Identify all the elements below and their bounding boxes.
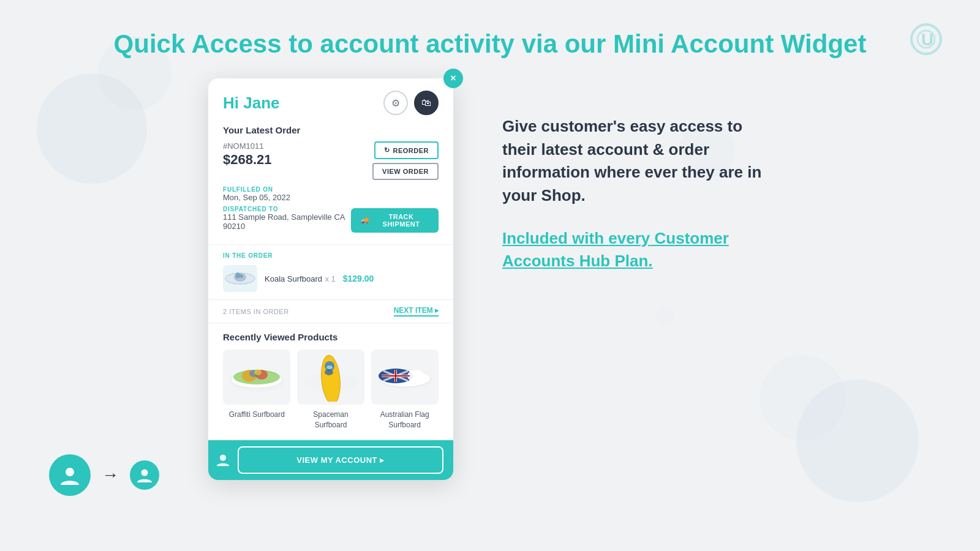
graffiti-board-name: Graffiti Surfboard xyxy=(229,410,285,420)
fulfilled-info: FULFILLED ON Mon, Sep 05, 2022 xyxy=(223,186,439,202)
graffiti-board-svg xyxy=(226,353,287,402)
order-section: Your Latest Order #NOM1011 $268.21 ↻ REO… xyxy=(208,125,453,245)
logo-icon: U xyxy=(909,22,943,56)
svg-point-11 xyxy=(254,369,262,375)
refresh-icon: ↻ xyxy=(384,146,390,154)
avatar-small-icon xyxy=(130,460,159,490)
truck-icon: 🚚 xyxy=(361,216,370,224)
aus-board-name: Australian Flag Surfboard xyxy=(371,410,439,430)
product-card-graffiti[interactable]: Graffiti Surfboard xyxy=(223,350,291,430)
recently-viewed-section: Recently Viewed Products xyxy=(208,323,453,440)
main-layout: × Hi Jane ⚙ 🛍 Your Latest Order xyxy=(0,78,980,480)
widget-footer: VIEW MY ACCOUNT ▸ xyxy=(208,440,453,480)
footer-user-icon xyxy=(208,445,238,474)
svg-text:U: U xyxy=(921,30,933,49)
svg-point-16 xyxy=(325,369,333,375)
svg-point-3 xyxy=(235,272,240,279)
svg-text:★: ★ xyxy=(418,372,421,375)
spaceman-board-image xyxy=(297,350,364,405)
right-cta: Included with every Customer Accounts Hu… xyxy=(502,227,772,273)
aus-board-image: ★ ★ xyxy=(371,350,439,405)
items-count: 2 ITEMS IN ORDER xyxy=(223,308,289,315)
order-item-details: Koala Surfboard x 1 xyxy=(265,273,336,284)
arrow-icon: → xyxy=(102,465,119,485)
reorder-button[interactable]: ↻ REORDER xyxy=(374,141,439,159)
cta-every: every xyxy=(608,229,650,247)
svg-point-29 xyxy=(220,455,226,461)
order-top: #NOM1011 $268.21 ↻ REORDER VIEW ORDER xyxy=(223,141,439,180)
in-order-section: IN THE ORDER Koala Surfboard x 1 xyxy=(208,245,453,300)
cart-icon: 🛍 xyxy=(421,97,431,108)
gear-icon: ⚙ xyxy=(391,97,400,109)
dispatch-row: DISPATCHED TO 111 Sample Road, Samplevil… xyxy=(223,206,439,234)
graffiti-board-image xyxy=(223,350,290,405)
view-account-button[interactable]: VIEW MY ACCOUNT ▸ xyxy=(238,446,443,474)
cart-button[interactable]: 🛍 xyxy=(414,91,439,115)
koala-board-svg xyxy=(224,267,256,290)
right-description: Give customer's easy access to their lat… xyxy=(502,115,772,208)
widget-container: × Hi Jane ⚙ 🛍 Your Latest Order xyxy=(208,78,453,480)
product-card-aus-flag[interactable]: ★ ★ Australian Flag Surfboard xyxy=(371,350,439,430)
svg-point-15 xyxy=(326,365,333,369)
bottom-left-decor: → xyxy=(49,454,159,496)
svg-point-31 xyxy=(141,470,148,476)
order-nav: 2 ITEMS IN ORDER NEXT ITEM ▸ xyxy=(208,300,453,323)
order-total: $268.21 xyxy=(223,152,272,168)
spaceman-board-svg xyxy=(300,353,361,402)
order-info: #NOM1011 $268.21 xyxy=(223,141,272,168)
dispatch-address: 111 Sample Road, Sampleville CA 90210 xyxy=(223,212,351,231)
order-item: Koala Surfboard x 1 $129.00 xyxy=(223,265,439,292)
order-buttons: ↻ REORDER VIEW ORDER xyxy=(372,141,439,180)
spaceman-board-name: Spaceman Surfboard xyxy=(297,410,365,430)
order-item-image xyxy=(223,265,257,292)
widget-header: Hi Jane ⚙ 🛍 xyxy=(208,78,453,125)
product-card-spaceman[interactable]: Spaceman Surfboard xyxy=(297,350,365,430)
dispatch-info: DISPATCHED TO 111 Sample Road, Samplevil… xyxy=(223,206,351,234)
widget-card: × Hi Jane ⚙ 🛍 Your Latest Order xyxy=(208,78,453,480)
settings-button[interactable]: ⚙ xyxy=(383,91,408,115)
svg-text:★: ★ xyxy=(412,374,417,380)
recently-viewed-title: Recently Viewed Products xyxy=(223,332,439,342)
aus-board-svg: ★ ★ xyxy=(374,353,435,402)
next-item-button[interactable]: NEXT ITEM ▸ xyxy=(394,306,439,317)
fulfilled-date: Mon, Sep 05, 2022 xyxy=(223,193,439,202)
order-item-price: $129.00 xyxy=(343,274,374,283)
view-order-button[interactable]: VIEW ORDER xyxy=(372,163,439,180)
greeting-text: Hi Jane xyxy=(223,94,280,113)
track-shipment-button[interactable]: 🚚 TRACK SHIPMENT xyxy=(351,208,439,233)
order-number: #NOM1011 xyxy=(223,141,272,151)
svg-point-30 xyxy=(66,468,74,476)
svg-point-4 xyxy=(239,274,243,278)
right-content: Give customer's easy access to their lat… xyxy=(502,78,772,273)
page-title: Quick Access to account activity via our… xyxy=(0,29,980,59)
page-header: Quick Access to account activity via our… xyxy=(0,0,980,78)
products-grid: Graffiti Surfboard xyxy=(223,350,439,430)
header-icons: ⚙ 🛍 xyxy=(383,91,439,115)
avatar-icon xyxy=(49,454,91,496)
close-button[interactable]: × xyxy=(443,69,463,88)
order-section-title: Your Latest Order xyxy=(223,125,439,135)
